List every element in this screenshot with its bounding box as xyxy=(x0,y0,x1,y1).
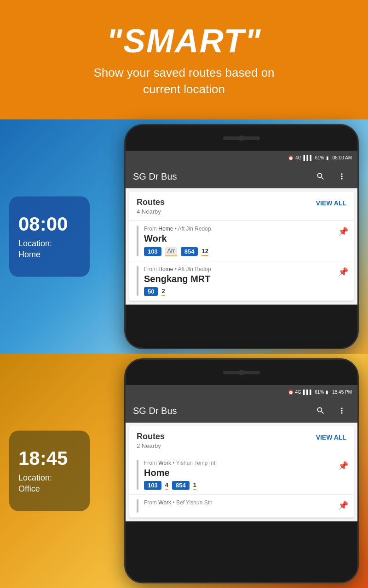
phone-camera xyxy=(239,136,244,141)
bus-badge-103: 103 xyxy=(144,247,161,256)
bottom-routes-title: Routes xyxy=(137,432,165,441)
bottom-route-item-1[interactable]: From Work • Yishun Temp Int Home 103 4 8… xyxy=(129,455,354,495)
top-route-item-1[interactable]: From Home • Aft Jln Redop Work 103 Arr 8… xyxy=(129,221,354,261)
top-view-all-button[interactable]: VIEW ALL xyxy=(316,198,346,207)
bottom-bars-icon: ▌▌▌ xyxy=(303,390,313,395)
top-info-card: 08:00 Location: Home xyxy=(9,197,90,277)
bottom-bus-time-1: 1 xyxy=(193,481,196,490)
bottom-bus-badge-103: 103 xyxy=(144,481,161,490)
bottom-route-details-1: From Work • Yishun Temp Int Home 103 4 8… xyxy=(144,460,346,490)
route-from-1: From Home • Aft Jln Redop xyxy=(144,226,346,232)
bottom-bus-time-4: 4 xyxy=(165,481,168,490)
bottom-more-options-button[interactable] xyxy=(334,402,350,419)
top-routes-subtitle: 4 Nearby xyxy=(137,208,165,215)
signal-icon: 4G xyxy=(295,155,301,160)
bottom-route-details-2: From Work • Bef Yishun Stn xyxy=(144,499,346,513)
phone-top-bar xyxy=(126,125,357,151)
route-buses-2: 50 2 xyxy=(144,287,346,296)
bottom-pin-icon-1: 📌 xyxy=(338,461,348,471)
bottom-phone-camera xyxy=(239,370,244,375)
bottom-status-time: 18:45 PM xyxy=(332,390,352,395)
bus-time-12: 12 xyxy=(201,248,208,256)
route-dest-2: Sengkang MRT xyxy=(144,274,346,284)
bottom-battery-percent: 61% xyxy=(315,390,324,395)
bottom-route-dest-1: Home xyxy=(144,468,346,478)
bottom-route-left-bar-2 xyxy=(137,499,138,513)
bottom-route-item-2[interactable]: From Work • Bef Yishun Stn 📌 xyxy=(129,495,354,518)
pin-icon-2: 📌 xyxy=(338,267,348,277)
pin-icon-1: 📌 xyxy=(338,226,348,237)
route-from-2: From Home • Aft Jln Redop xyxy=(144,266,346,272)
top-app-title: SG Dr Bus xyxy=(133,171,308,182)
bottom-route-from-2: From Work • Bef Yishun Stn xyxy=(144,499,346,506)
bus-badge-50: 50 xyxy=(144,287,158,296)
top-phone-section: 08:00 Location: Home ⏰ 4G ▌▌▌ 61% ▮ 08:0… xyxy=(0,119,368,354)
more-options-button[interactable] xyxy=(334,168,350,185)
battery-percent: 61% xyxy=(315,155,324,160)
route-details-2: From Home • Aft Jln Redop Sengkang MRT 5… xyxy=(144,266,346,296)
top-status-time: 08:00 AM xyxy=(333,155,352,160)
route-left-bar xyxy=(137,226,138,256)
bottom-routes-header: Routes 2 Nearby VIEW ALL xyxy=(129,426,354,455)
top-location: Location: Home xyxy=(18,238,80,260)
route-left-bar-2 xyxy=(137,266,138,296)
header-subtitle: Show your saved routes based oncurrent l… xyxy=(93,64,274,98)
top-routes-header: Routes 4 Nearby VIEW ALL xyxy=(129,192,354,221)
header-section: "SMART" Show your saved routes based onc… xyxy=(0,0,368,119)
bars-icon: ▌▌▌ xyxy=(303,155,313,160)
bottom-time: 18:45 xyxy=(18,448,80,469)
route-details-1: From Home • Aft Jln Redop Work 103 Arr 8… xyxy=(144,226,346,256)
top-phone-mockup: ⏰ 4G ▌▌▌ 61% ▮ 08:00 AM SG Dr Bus Routes xyxy=(124,124,359,349)
bottom-routes-title-group: Routes 2 Nearby xyxy=(137,432,165,449)
bottom-app-title: SG Dr Bus xyxy=(133,406,308,416)
route-buses-1: 103 Arr 854 12 xyxy=(144,247,346,256)
bottom-location: Location: Office xyxy=(18,473,80,494)
bottom-pin-icon-2: 📌 xyxy=(338,500,348,510)
bus-time-2: 2 xyxy=(161,288,165,296)
bottom-battery-icon: ▮ xyxy=(326,390,328,395)
search-button[interactable] xyxy=(312,168,329,185)
bus-time-arr: Arr xyxy=(165,247,177,256)
bus-badge-854: 854 xyxy=(181,247,198,256)
bottom-routes-card: Routes 2 Nearby VIEW ALL From Work • Yis… xyxy=(129,426,354,518)
bottom-phone-top-bar xyxy=(126,360,357,385)
top-phone-content: Routes 4 Nearby VIEW ALL From Home • Aft… xyxy=(126,188,357,305)
bottom-phone-mockup: ⏰ 4G ▌▌▌ 61% ▮ 18:45 PM SG Dr Bus Routes xyxy=(124,358,359,583)
bottom-view-all-button[interactable]: VIEW ALL xyxy=(316,432,346,441)
top-route-item-2[interactable]: From Home • Aft Jln Redop Sengkang MRT 5… xyxy=(129,261,354,301)
battery-icon: ▮ xyxy=(326,155,329,160)
bottom-info-card: 18:45 Location: Office xyxy=(9,431,90,511)
bottom-status-icons: ⏰ xyxy=(288,390,293,395)
bottom-phone-content: Routes 2 Nearby VIEW ALL From Work • Yis… xyxy=(126,423,357,521)
top-routes-title-group: Routes 4 Nearby xyxy=(137,198,165,215)
top-status-bar: ⏰ 4G ▌▌▌ 61% ▮ 08:00 AM xyxy=(126,151,357,164)
bottom-search-button[interactable] xyxy=(312,402,329,419)
bottom-route-from-1: From Work • Yishun Temp Int xyxy=(144,460,346,466)
top-time: 08:00 xyxy=(18,214,80,235)
bottom-route-buses-1: 103 4 854 1 xyxy=(144,481,346,490)
top-routes-title: Routes xyxy=(137,198,165,207)
status-icons: ⏰ xyxy=(288,155,293,160)
bottom-phone-section: 18:45 Location: Office ⏰ 4G ▌▌▌ 61% ▮ 18… xyxy=(0,354,368,588)
bottom-signal-icon: 4G xyxy=(295,390,301,395)
top-app-bar: SG Dr Bus xyxy=(126,164,357,188)
bottom-route-left-bar-1 xyxy=(137,460,138,490)
bottom-bus-badge-854: 854 xyxy=(172,481,190,490)
bottom-routes-subtitle: 2 Nearby xyxy=(137,442,165,449)
header-title: "SMART" xyxy=(107,22,262,60)
route-dest-1: Work xyxy=(144,233,346,244)
top-routes-card: Routes 4 Nearby VIEW ALL From Home • Aft… xyxy=(129,192,354,301)
bottom-app-bar: SG Dr Bus xyxy=(126,399,357,423)
bottom-status-bar: ⏰ 4G ▌▌▌ 61% ▮ 18:45 PM xyxy=(126,385,357,399)
